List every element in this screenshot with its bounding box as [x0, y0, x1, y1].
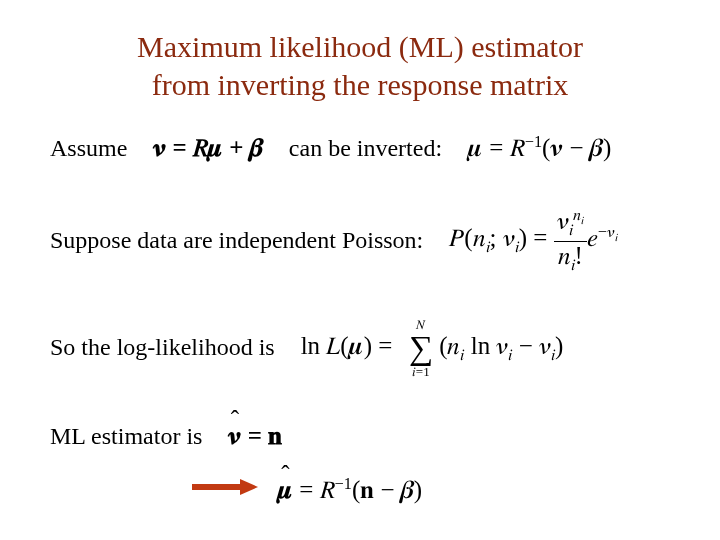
eq-loglik: ln 𝐿(𝝁) = 𝑁 ∑ 𝑖=1 (𝑛𝑖 ln 𝜈𝑖 − 𝜈𝑖)	[301, 318, 564, 378]
poisson-text: Suppose data are independent Poisson:	[50, 227, 423, 254]
summation-icon: 𝑁 ∑ 𝑖=1	[409, 318, 433, 378]
eq-poisson: 𝑃(𝑛𝑖; 𝜈𝑖) = 𝜈𝑖𝑛𝑖 𝑛𝑖! 𝑒−𝜈𝑖	[449, 207, 618, 273]
slide-title: Maximum likelihood (ML) estimator from i…	[50, 28, 670, 103]
poisson-fraction: 𝜈𝑖𝑛𝑖 𝑛𝑖!	[554, 207, 587, 273]
line-loglik: So the log-likelihood is ln 𝐿(𝝁) = 𝑁 ∑ 𝑖…	[50, 318, 670, 378]
line-poisson: Suppose data are independent Poisson: 𝑃(…	[50, 207, 670, 273]
svg-marker-1	[240, 479, 258, 495]
line-assume: Assume 𝝂 = 𝑅𝝁 + 𝜷 can be inverted: 𝝁 = 𝑅…	[50, 133, 670, 163]
ml-estimator-text: ML estimator is	[50, 423, 202, 450]
loglik-text: So the log-likelihood is	[50, 334, 275, 361]
eq-mu-hat: 𝝁 = 𝑅−1(𝐧 − 𝜷)	[278, 475, 422, 505]
eq-mu-inverse: 𝝁 = 𝑅−1(𝝂 − 𝜷)	[468, 133, 611, 163]
eq-nu-rmu-beta: 𝝂 = 𝑅𝝁 + 𝜷	[153, 134, 263, 163]
line-ml-nu: ML estimator is 𝝂 = 𝐧	[50, 422, 670, 451]
arrow-icon	[190, 476, 260, 503]
title-line1: Maximum likelihood (ML) estimator	[137, 30, 583, 63]
assume-text: Assume	[50, 135, 127, 162]
line-ml-mu: 𝝁 = 𝑅−1(𝐧 − 𝜷)	[190, 475, 670, 505]
eq-nu-hat: 𝝂 = 𝐧	[228, 422, 282, 451]
can-be-inverted: can be inverted:	[289, 135, 442, 162]
title-line2: from inverting the response matrix	[152, 68, 569, 101]
